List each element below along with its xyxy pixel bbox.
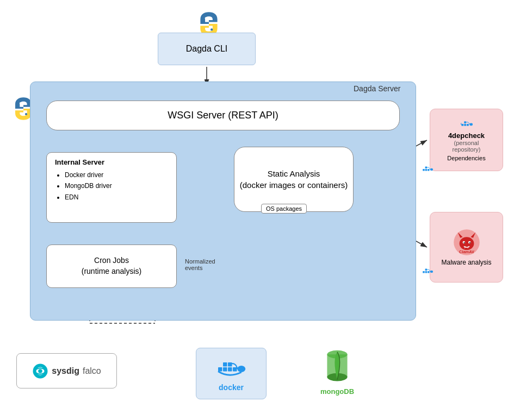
sysdig-falco-box: sysdig falco [16,353,117,388]
svg-rect-18 [464,124,466,126]
clamav-icon: ClamAV [450,228,483,256]
clamav-label: Malware analysis [441,259,491,266]
docker-whale-icon [215,356,247,380]
docker-indicator-clamav [422,266,434,278]
svg-rect-49 [223,362,227,367]
svg-rect-40 [428,271,430,273]
dagda-cli-label: Dagda CLI [186,44,228,54]
dagda-server-label: Dagda Server [354,84,400,93]
svg-rect-47 [223,367,227,372]
internal-server-list: Docker driver MongoDB driver EDN [55,170,168,203]
svg-point-45 [39,369,43,373]
cron-jobs-box: Cron Jobs (runtime analysis) [46,245,177,288]
svg-rect-38 [423,271,425,273]
mongodb-box: mongoDB [307,345,367,399]
wsgi-label: WSGI Server (REST API) [168,110,278,121]
svg-rect-17 [461,124,463,126]
svg-point-52 [237,366,245,372]
docker-indicator-depcheck [422,164,434,176]
depcheck-box: 4depcheck (personalrepository) Dependenc… [430,109,503,171]
os-packages-label: OS packages [266,205,302,212]
svg-point-28 [463,242,465,243]
svg-text:ClamAV: ClamAV [459,249,474,254]
sysdig-suffix: falco [83,366,101,376]
clamav-box: ClamAV Malware analysis [430,212,503,283]
internal-server-box: Internal Server Docker driver MongoDB dr… [46,152,177,223]
docker-bottom-box: docker [196,348,267,399]
static-analysis-box: Static Analysis (docker images or contai… [234,147,354,212]
svg-rect-39 [425,271,428,273]
cron-jobs-label: Cron Jobs (runtime analysis) [82,255,141,277]
svg-point-21 [469,123,473,126]
svg-rect-41 [425,269,428,271]
list-item: EDN [65,192,168,203]
svg-point-42 [430,271,433,273]
sysdig-label: sysdig [52,366,79,376]
list-item: Docker driver [65,170,168,180]
mini-docker-icon [460,118,473,129]
normalized-events-label: Normalized events [185,258,215,271]
svg-rect-20 [464,121,466,123]
svg-point-13 [205,17,207,19]
list-item: MongoDB driver [65,180,168,191]
depcheck-title: 4depcheck [448,131,485,140]
depcheck-dep-label: Dependencies [447,155,485,161]
svg-point-23 [459,237,474,250]
svg-rect-48 [228,367,232,372]
wsgi-server-box: WSGI Server (REST API) [46,101,400,130]
mongodb-icon [324,349,351,385]
sysdig-icon [32,363,48,379]
svg-rect-19 [467,124,469,126]
docker-label: docker [219,383,244,392]
internal-server-title: Internal Server [55,158,168,166]
svg-rect-36 [425,167,428,169]
svg-rect-33 [423,169,425,171]
os-packages-tag: OS packages [261,204,307,214]
mongodb-label: mongoDB [320,387,354,396]
svg-rect-51 [233,367,237,372]
svg-point-15 [20,102,22,104]
svg-point-16 [25,113,27,115]
svg-rect-34 [425,169,428,171]
depcheck-subtitle: (personalrepository) [453,140,481,153]
svg-point-29 [469,242,470,243]
dagda-cli-box: Dagda CLI [158,33,256,65]
svg-rect-35 [428,169,430,171]
svg-rect-46 [218,367,222,372]
static-analysis-label: Static Analysis (docker images or contai… [240,168,348,191]
svg-point-14 [210,28,213,30]
svg-point-37 [430,168,433,171]
